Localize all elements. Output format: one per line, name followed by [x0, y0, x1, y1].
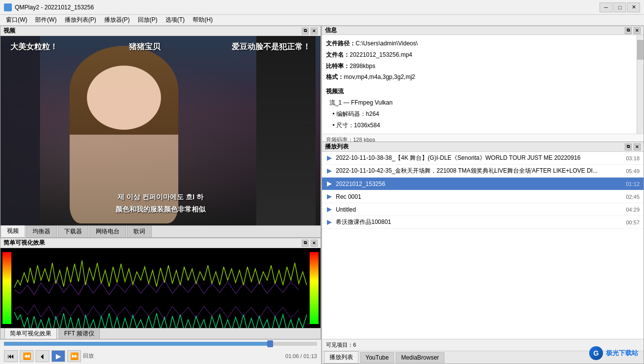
playlist-item-duration: 01:12: [626, 181, 640, 187]
logo-area: G 极光下载站: [589, 346, 638, 360]
main-layout: 视频 ⧉ ✕: [0, 26, 644, 364]
playlist-items-container: 2022-10-11-10-38-38_【4K 舞台】(G)I-DLE《Seno…: [322, 152, 644, 229]
info-content: 文件路径：C:\Users\admin\Videos\ 文件名：20221012…: [322, 35, 637, 134]
video-area: 大美女粒粒！ 猪猪宝贝 爱豆动脸不是犯正常！ 제 이상 컨퍼이마에도 흐I 하 …: [0, 36, 321, 225]
menu-bar: 窗口(W)部件(W)播放列表(P)播放器(P)回放(P)选项(T)帮助(H): [0, 15, 644, 26]
vis-close[interactable]: ✕: [311, 240, 318, 247]
play-button[interactable]: ▶: [51, 350, 65, 362]
video-panel-restore[interactable]: ⧉: [302, 28, 309, 35]
playlist-panel-header: 播放列表 ⧉ ✕: [322, 142, 644, 152]
info-restore[interactable]: ⧉: [625, 27, 632, 34]
svg-marker-4: [327, 207, 332, 212]
playlist-controls: ⧉ ✕: [625, 144, 641, 150]
rewind-button[interactable]: ⏪: [20, 350, 34, 362]
info-format: 格式：mov,mp4,m4a,3gp,3g2,mj2: [326, 72, 633, 83]
svg-marker-1: [327, 169, 332, 174]
minimize-button[interactable]: ─: [600, 2, 612, 12]
menu-item-部件W[interactable]: 部件(W): [31, 15, 60, 25]
info-row: 文件路径：C:\Users\admin\Videos\ 文件名：20221012…: [322, 35, 644, 134]
close-button[interactable]: ✕: [627, 2, 640, 12]
playlist-close[interactable]: ✕: [634, 144, 641, 150]
playlist-content: 2022-10-11-10-38-38_【4K 舞台】(G)I-DLE《Seno…: [322, 152, 644, 339]
menu-item-播放列表P[interactable]: 播放列表(P): [61, 15, 100, 25]
playlist-item-name: Rec 0001: [336, 193, 626, 200]
progress-thumb[interactable]: [267, 340, 273, 347]
info-close[interactable]: ✕: [634, 27, 641, 34]
info-panel: 信息 ⧉ ✕ 文件路径：C:\Users\admin\Videos\ 文件名：2…: [322, 26, 644, 142]
playlist-title: 播放列表: [325, 143, 625, 151]
info-panel-controls: ⧉ ✕: [625, 27, 641, 34]
back-button[interactable]: ⏴: [36, 350, 49, 362]
vis-tab-fft[interactable]: FFT 频谱仪: [59, 328, 100, 339]
list-item[interactable]: Rec 000102:45: [322, 190, 644, 203]
app-icon: [4, 3, 12, 11]
info-size: • 尺寸：1036x584: [326, 120, 633, 131]
menu-item-选项T[interactable]: 选项(T): [161, 15, 189, 25]
window-title: QMPlay2 - 20221012_153256: [15, 4, 600, 11]
logo-icon: G: [589, 346, 603, 360]
music-icon: [326, 206, 333, 213]
info-scrollbar[interactable]: [637, 35, 644, 134]
subtitle-top-1: 大美女粒粒！: [10, 42, 58, 52]
video-background: 大美女粒粒！ 猪猪宝贝 爱豆动脸不是犯正常！ 제 이상 컨퍼이마에도 흐I 하 …: [0, 36, 321, 225]
menu-item-窗口W[interactable]: 窗口(W): [2, 15, 31, 25]
subtitle-line-2: 颜色和我的服装颜色非常相似: [0, 203, 321, 216]
music-icon: [326, 168, 333, 175]
subtitle-top: 大美女粒粒！ 猪猪宝贝 爱豆动脸不是犯正常！: [0, 42, 321, 52]
list-item[interactable]: Untitled04:29: [322, 203, 644, 216]
info-filename: 文件名：20221012_153256.mp4: [326, 49, 633, 61]
info-codec: • 编解码器：h264: [326, 109, 633, 120]
playlist-item-duration: 00:57: [626, 219, 640, 225]
visualizer-title: 简单可视化效果: [3, 239, 302, 247]
playlist-item-name: 20221012_153256: [336, 181, 626, 187]
vis-restore[interactable]: ⧉: [302, 240, 309, 247]
video-panel-title: 视频: [3, 27, 302, 35]
info-panel-header: 信息 ⧉ ✕: [322, 26, 644, 35]
svg-marker-2: [327, 182, 332, 186]
tab-video[interactable]: 视频: [0, 225, 25, 237]
subtitle-bottom: 제 이상 컨퍼이마에도 흐I 하 颜色和我的服装颜色非常相似: [0, 191, 321, 216]
video-tab-bar: 视频 均衡器 下载器 网络电台 歌词: [0, 225, 321, 237]
list-item[interactable]: 2022-10-11-10-42-35_金秋天开场舞，221008 TMA颁奖典…: [322, 165, 644, 178]
forward-button[interactable]: ⏩: [67, 350, 81, 362]
info-video-stream-label: 视频流: [326, 86, 633, 97]
menu-item-帮助H[interactable]: 帮助(H): [189, 15, 217, 25]
tab-radio[interactable]: 网络电台: [89, 225, 126, 237]
playlist-item-name: Untitled: [336, 206, 626, 213]
progress-bar[interactable]: [4, 342, 317, 346]
video-panel-close[interactable]: ✕: [311, 28, 318, 35]
menu-item-回放P[interactable]: 回放(P): [134, 15, 161, 25]
playback-label: 回放: [83, 352, 94, 360]
info-bitrate: 比特率：2898kbps: [326, 61, 633, 72]
transport-bar: ⏮ ⏪ ⏴ ▶ ⏩ 回放 01:06 / 01:13: [0, 339, 321, 364]
tab-downloader[interactable]: 下载器: [58, 225, 88, 237]
subtitle-line-1: 제 이상 컨퍼이마에도 흐I 하: [0, 191, 321, 203]
vis-tab-simple[interactable]: 简单可视化效果: [4, 328, 57, 339]
visualizer-area: [0, 248, 321, 328]
playlist-item-duration: 05:49: [626, 168, 640, 174]
playlist-restore[interactable]: ⧉: [625, 144, 632, 150]
list-item[interactable]: 2022-10-11-10-38-38_【4K 舞台】(G)I-DLE《Seno…: [322, 152, 644, 165]
menu-item-播放器P[interactable]: 播放器(P): [100, 15, 134, 25]
bottom-tab-youtube[interactable]: YouTube: [360, 352, 394, 363]
prev-button[interactable]: ⏮: [4, 350, 18, 362]
transport-controls: ⏮ ⏪ ⏴ ▶ ⏩ 回放 01:06 / 01:13: [0, 348, 321, 364]
music-icon: [326, 193, 333, 200]
tab-lyrics[interactable]: 歌词: [127, 225, 152, 237]
playlist-panel: 播放列表 ⧉ ✕ 2022-10-11-10-38-38_【4K 舞台】(G)I…: [322, 142, 644, 364]
maximize-button[interactable]: □: [613, 2, 626, 12]
bottom-tab-mediabrowser[interactable]: MediaBrowser: [396, 352, 444, 363]
list-item[interactable]: 20221012_15325601:12: [322, 178, 644, 190]
list-item[interactable]: 希沃微课作品10080100:57: [322, 216, 644, 229]
subtitle-top-2: 猪猪宝贝: [129, 42, 161, 52]
music-icon: [326, 155, 333, 162]
play-icon: [326, 181, 333, 187]
bottom-tab-playlist[interactable]: 播放列表: [324, 351, 359, 364]
tab-equalizer[interactable]: 均衡器: [26, 225, 57, 237]
info-stream-name: 流_1 — FFmpeg Vulkan: [326, 97, 633, 109]
visualizer-panel-header: 简单可视化效果 ⧉ ✕: [0, 238, 321, 248]
video-panel: 视频 ⧉ ✕: [0, 26, 321, 238]
visualizer-panel: 简单可视化效果 ⧉ ✕: [0, 238, 321, 339]
svg-marker-3: [327, 194, 332, 199]
video-panel-controls: ⧉ ✕: [302, 28, 318, 35]
